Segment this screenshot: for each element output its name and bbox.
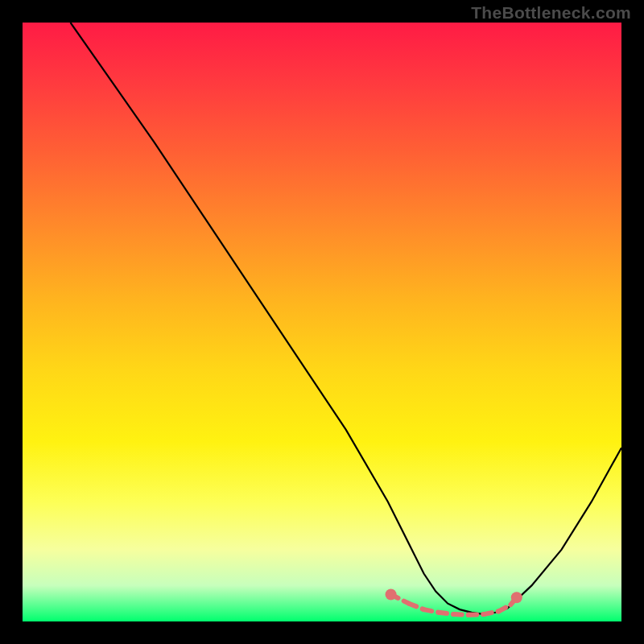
- bottleneck-curve: [71, 23, 622, 614]
- optimal-range-markers: [386, 589, 522, 615]
- marker-dot: [511, 592, 522, 603]
- watermark-text: TheBottleneck.com: [471, 3, 631, 23]
- chart-plot-area: [23, 23, 621, 621]
- marker-dot: [386, 589, 397, 601]
- marker-segment: [409, 604, 424, 609]
- chart-svg: [23, 23, 621, 621]
